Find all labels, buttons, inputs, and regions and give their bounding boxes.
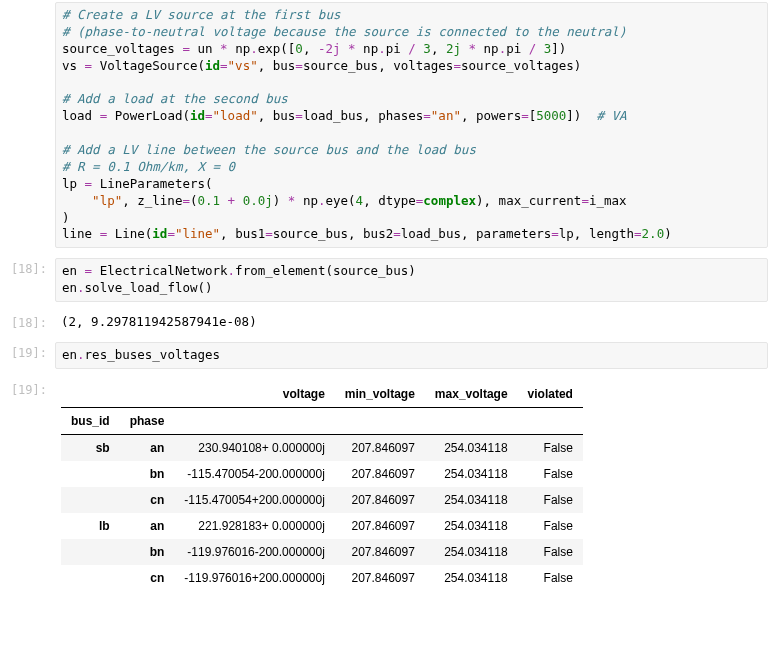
code-token: = [167,226,175,241]
df-phase-cell: cn [120,565,175,591]
code-token: "line" [175,226,220,241]
code-token: ) [664,226,672,241]
code-token: = [521,108,529,123]
code-token: id [152,226,167,241]
df-voltage-cell: 221.928183+ 0.000000j [174,513,334,539]
df-violated-cell: False [518,565,583,591]
df-max-cell: 254.034118 [425,487,518,513]
code-token: complex [423,193,476,208]
df-max-cell: 254.034118 [425,513,518,539]
df-header-row: voltage min_voltage max_voltage violated [61,381,583,408]
comment: # Add a load at the second bus [62,91,288,106]
code-token: , bus1 [220,226,265,241]
code-token: solve_load_flow() [85,280,213,295]
df-max-cell: 254.034118 [425,461,518,487]
df-violated-cell: False [518,434,583,461]
output-text-18: (2, 9.297811942587941e-08) [55,312,263,331]
code-token: = [265,226,273,241]
code-token: = [551,226,559,241]
code-token [62,193,92,208]
code-token: id [205,58,220,73]
code-token: * [288,193,303,208]
code-token: exp([ [258,41,296,56]
prompt-blank [0,2,55,8]
code-token: np [484,41,499,56]
code-token: 3 [423,41,431,56]
table-row: cn-115.470054+200.000000j207.846097254.0… [61,487,583,513]
code-token: lp [62,176,85,191]
code-token: = [220,58,228,73]
code-token: / [529,41,544,56]
df-bus-cell [61,565,120,591]
table-row: cn-119.976016+200.000000j207.846097254.0… [61,565,583,591]
code-token: np [363,41,378,56]
code-token: load [62,108,100,123]
df-bus-cell: lb [61,513,120,539]
df-max-cell: 254.034118 [425,539,518,565]
code-token: , [303,41,318,56]
code-token: * [461,41,484,56]
code-token: , z_line [122,193,182,208]
df-violated-cell: False [518,513,583,539]
code-token: i_max [589,193,627,208]
code-body-17[interactable]: # Create a LV source at the first bus # … [55,2,768,248]
code-token: source_voltages [62,41,182,56]
code-token: Line( [115,226,153,241]
output-cell-19: [19]: voltage min_voltage max_voltage vi… [0,377,768,595]
code-token: 0.0j [243,193,273,208]
code-token: = [182,193,190,208]
code-token: res_buses_voltages [85,347,220,362]
table-row: lban221.928183+ 0.000000j207.846097254.0… [61,513,583,539]
table-row: sban230.940108+ 0.000000j207.846097254.0… [61,434,583,461]
code-token: un [197,41,220,56]
code-token: = [581,193,589,208]
comment: # VA [596,108,626,123]
code-token: 4 [356,193,364,208]
df-min-cell: 207.846097 [335,461,425,487]
code-token: ) [62,210,70,225]
code-token: line [62,226,100,241]
code-token: 2j [446,41,461,56]
comment: # Add a LV line between the source bus a… [62,142,476,157]
code-token: * [220,41,235,56]
df-phase-cell: an [120,513,175,539]
code-token: ElectricalNetwork [100,263,228,278]
code-cell-17: # Create a LV source at the first bus # … [0,0,768,250]
df-bus-cell [61,539,120,565]
code-token: = [393,226,401,241]
code-token: "lp" [92,193,122,208]
code-token: load_bus, phases [303,108,423,123]
code-cell-19: [19]: en.res_buses_voltages [0,340,768,371]
code-token: , dtype [363,193,416,208]
code-token: -2j [318,41,341,56]
comment: # (phase-to-neutral voltage because the … [62,24,626,39]
code-token: ]) [566,108,596,123]
code-body-19[interactable]: en.res_buses_voltages [55,342,768,369]
df-min-cell: 207.846097 [335,487,425,513]
code-token: LineParameters( [100,176,213,191]
code-token: = [205,108,213,123]
code-token: eye( [325,193,355,208]
code-token: . [77,280,85,295]
code-cell-18: [18]: en = ElectricalNetwork.from_elemen… [0,256,768,304]
df-bus-cell: sb [61,434,120,461]
df-col-min: min_voltage [335,381,425,408]
code-token: PowerLoad( [115,108,190,123]
code-token: . [250,41,258,56]
df-min-cell: 207.846097 [335,539,425,565]
comment: # Create a LV source at the first bus [62,7,340,22]
df-violated-cell: False [518,461,583,487]
code-token: = [100,108,115,123]
df-index-phase: phase [120,407,175,434]
code-token: en [62,280,77,295]
code-token: ]) [551,41,566,56]
code-token: from_element(source_bus) [235,263,416,278]
input-prompt-19: [19]: [0,342,55,362]
output-prompt-18: [18]: [0,312,55,332]
code-token: = [85,263,100,278]
code-body-18[interactable]: en = ElectricalNetwork.from_element(sour… [55,258,768,302]
code-token: ), max_current [476,193,581,208]
df-phase-cell: an [120,434,175,461]
code-token: = [295,108,303,123]
code-token: np [303,193,318,208]
